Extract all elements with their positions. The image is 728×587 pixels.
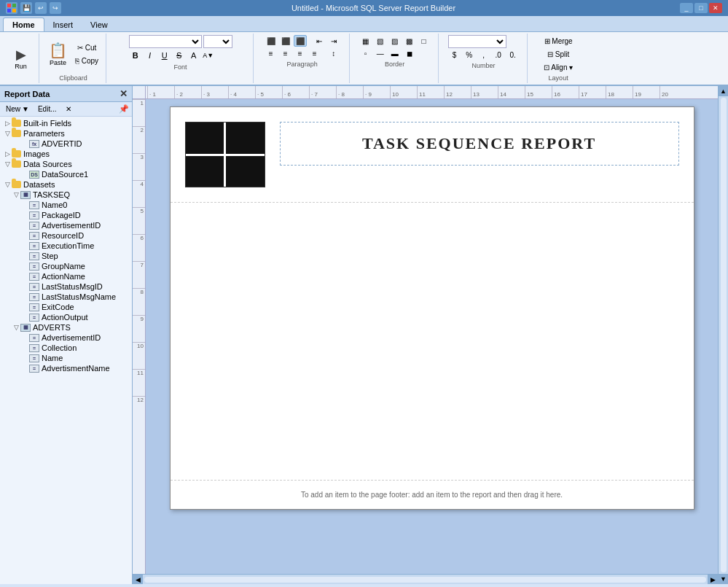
run-button[interactable]: ▶ Run: [11, 39, 31, 77]
align-button[interactable]: ⊡ Align ▾: [541, 61, 576, 73]
close-button[interactable]: ✕: [709, 3, 722, 13]
tree-item-built-in-fields[interactable]: ▷ Built-in Fields: [0, 118, 132, 128]
undo-icon[interactable]: ↩: [35, 2, 47, 14]
align-right-button[interactable]: ≡: [294, 47, 307, 59]
tree-item-images[interactable]: ▷ Images: [0, 149, 132, 159]
expand-data-sources[interactable]: ▽: [3, 160, 12, 168]
split-button[interactable]: ⊟ Split: [541, 48, 576, 60]
tree-item-exitcode[interactable]: = ExitCode: [0, 302, 132, 312]
expand-parameters[interactable]: ▽: [3, 129, 12, 138]
number-format-select[interactable]: [448, 35, 506, 48]
tree-item-advertisementid[interactable]: = AdvertisementID: [0, 220, 132, 230]
tree-item-name0[interactable]: = Name0: [0, 200, 132, 210]
tree-item-adverts[interactable]: ▽ ▦ ADVERTS: [0, 322, 132, 333]
tree-item-laststatusmsgname[interactable]: = LastStatusMsgName: [0, 292, 132, 302]
redo-icon[interactable]: ↪: [50, 2, 61, 14]
dec-dec-btn[interactable]: 0.: [506, 49, 520, 61]
tree-item-packageid[interactable]: = PackageID: [0, 210, 132, 220]
tree-item-groupname[interactable]: = GroupName: [0, 261, 132, 271]
edit-button[interactable]: Edit...: [35, 104, 60, 114]
delete-button[interactable]: ✕: [63, 104, 74, 114]
border-btn-3[interactable]: ▨: [388, 35, 402, 47]
align-top-left-button[interactable]: ⬛: [265, 35, 278, 47]
tree-item-taskseq[interactable]: ▽ ▦ TASKSEQ: [0, 190, 132, 200]
tree-item-actionname[interactable]: = ActionName: [0, 271, 132, 281]
report-title-box[interactable]: TASK SEQUENCE REPORT: [280, 122, 679, 166]
expand-taskseq[interactable]: ▽: [12, 190, 20, 199]
new-button[interactable]: New ▼: [3, 104, 32, 114]
merge-button[interactable]: ⊞ Merge: [541, 35, 576, 47]
align-left-button[interactable]: ≡: [265, 47, 278, 59]
canvas-scroll[interactable]: TASK SEQUENCE REPORT To add an item to t…: [146, 99, 718, 574]
font-size-select[interactable]: [203, 35, 232, 48]
expand-images[interactable]: ▷: [3, 149, 12, 158]
report-body[interactable]: [171, 203, 694, 480]
tree-item-data-sources[interactable]: ▽ Data Sources: [0, 159, 132, 169]
justify-button[interactable]: ≡: [308, 47, 321, 59]
border-btn-5[interactable]: □: [418, 35, 431, 47]
tab-view[interactable]: View: [82, 18, 117, 31]
shadow-btn[interactable]: ▫: [359, 47, 372, 59]
horizontal-scrollbar[interactable]: ◀ ▶: [133, 574, 718, 584]
cut-button[interactable]: ✂ Cut: [72, 42, 101, 53]
tree-item-actionoutput[interactable]: = ActionOutput: [0, 312, 132, 322]
scroll-right-button[interactable]: ▶: [708, 575, 718, 585]
comma-btn[interactable]: ,: [477, 49, 490, 61]
scroll-left-button[interactable]: ◀: [133, 575, 143, 585]
tree-item-step[interactable]: = Step: [0, 251, 132, 261]
tree-item-datasets[interactable]: ▽ Datasets: [0, 179, 132, 190]
line-spacing-button[interactable]: ↕: [327, 47, 340, 59]
line-color-btn[interactable]: ▬: [388, 47, 402, 59]
align-center-button[interactable]: ≡: [279, 47, 292, 59]
dec-inc-btn[interactable]: .0: [492, 49, 505, 61]
align-top-right-button[interactable]: ⬛: [294, 35, 307, 47]
tree-item-resourceid[interactable]: = ResourceID: [0, 230, 132, 241]
panel-close-button[interactable]: ✕: [120, 88, 128, 99]
tab-insert[interactable]: Insert: [44, 18, 82, 31]
expand-adverts[interactable]: ▽: [12, 323, 20, 332]
scroll-up-button[interactable]: ▲: [719, 86, 729, 96]
tree-item-adv-advertisementid[interactable]: = AdvertisementID: [0, 333, 132, 343]
percent-btn[interactable]: %: [463, 49, 476, 61]
font-color-button[interactable]: A: [187, 49, 200, 62]
currency-btn[interactable]: $: [448, 49, 461, 61]
bold-button[interactable]: B: [129, 49, 142, 62]
tree-item-adv-collection[interactable]: = Collection: [0, 343, 132, 353]
italic-button[interactable]: I: [144, 49, 157, 62]
tree-item-advertid-param[interactable]: fx ADVERTID: [0, 139, 132, 149]
vertical-scrollbar[interactable]: ▲ ▼: [718, 86, 728, 584]
border-btn-4[interactable]: ▩: [403, 35, 416, 47]
tree-item-executiontime[interactable]: = ExecutionTime: [0, 241, 132, 251]
border-btn-1[interactable]: ▦: [359, 35, 372, 47]
expand-built-in-fields[interactable]: ▷: [3, 119, 12, 128]
save-icon[interactable]: 💾: [20, 2, 32, 14]
tab-home[interactable]: Home: [3, 18, 44, 31]
scroll-down-button[interactable]: ▼: [719, 574, 729, 584]
ribbon-group-paragraph: ⬛ ⬛ ⬛ ⇤ ⇥ ≡ ≡ ≡ ≡ ↕ Paragraph: [255, 34, 350, 83]
highlight-button[interactable]: A▼: [202, 49, 215, 62]
fill-btn[interactable]: ◼: [403, 47, 416, 59]
align-top-center-button[interactable]: ⬛: [279, 35, 292, 47]
minimize-button[interactable]: _: [680, 3, 693, 13]
indent-inc-button[interactable]: ⇥: [327, 35, 340, 47]
tree-item-parameters[interactable]: ▽ Parameters: [0, 128, 132, 139]
number-row-1: [448, 35, 520, 48]
tree-item-adv-advertismentname[interactable]: = AdvertismentName: [0, 363, 132, 373]
maximize-button[interactable]: □: [694, 3, 708, 13]
font-family-select[interactable]: [129, 35, 202, 48]
expand-datasets[interactable]: ▽: [3, 180, 12, 189]
border-btn-2[interactable]: ▧: [374, 35, 387, 47]
line-style-btn[interactable]: ―: [374, 47, 387, 59]
tree-item-adv-name[interactable]: = Name: [0, 353, 132, 363]
paste-button[interactable]: 📋 Paste: [45, 35, 71, 73]
strikethrough-button[interactable]: S: [173, 49, 186, 62]
resourceid-label: ResourceID: [42, 231, 84, 240]
copy-button[interactable]: ⎘ Copy: [72, 55, 101, 66]
app-logo-icon[interactable]: [6, 2, 17, 14]
field-icon-adv-advertisementid: =: [29, 334, 39, 342]
pin-button[interactable]: 📌: [119, 104, 129, 114]
tree-item-datasource1[interactable]: DS DataSource1: [0, 169, 132, 179]
tree-item-laststatusmsgid[interactable]: = LastStatusMsgID: [0, 281, 132, 292]
indent-dec-button[interactable]: ⇤: [313, 35, 326, 47]
underline-button[interactable]: U: [158, 49, 171, 62]
